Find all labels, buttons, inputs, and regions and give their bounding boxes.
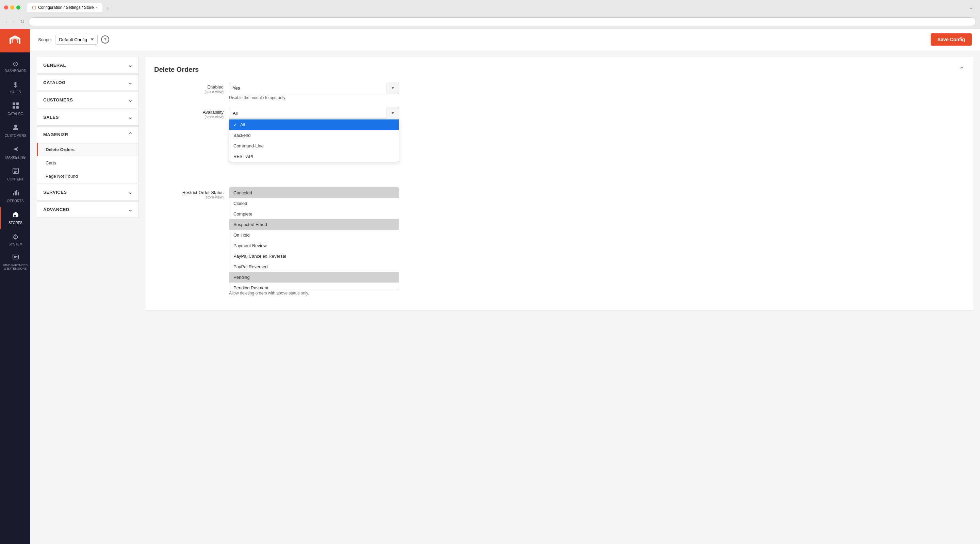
scope-select[interactable]: Default Config <box>55 35 98 45</box>
browser-dropdown-icon[interactable]: ⌄ <box>967 4 976 11</box>
sidebar-label-catalog: CATALOG <box>8 112 23 116</box>
magento-logo <box>9 35 21 47</box>
status-item-paypal-canceled[interactable]: PayPal Canceled Reversal <box>229 251 399 262</box>
section-label-customers: CUSTOMERS <box>43 97 73 102</box>
magenizr-content: Delete Orders Carts Page Not Found <box>37 143 138 183</box>
sub-item-page-not-found[interactable]: Page Not Found <box>37 169 138 183</box>
availability-label: Availability [store view] <box>154 107 229 119</box>
section-label-magenizr: MAGENIZR <box>43 132 68 137</box>
dropdown-option-all[interactable]: ✓ All <box>229 120 399 130</box>
sidebar-label-marketing: MARKETING <box>5 156 25 160</box>
maximize-window-btn[interactable] <box>16 5 21 10</box>
section-header-magenizr[interactable]: MAGENIZR ⌃ <box>37 127 138 143</box>
status-item-complete[interactable]: Complete <box>229 209 399 219</box>
browser-chrome: ⬡ Configuration / Settings / Store × + ⌄… <box>0 0 980 29</box>
form-row-restrict-status: Restrict Order Status [store view] Cance… <box>154 187 965 295</box>
sidebar-item-catalog[interactable]: CATALOG <box>0 98 30 120</box>
svg-rect-7 <box>14 171 18 172</box>
address-bar[interactable] <box>29 18 976 26</box>
browser-tabs: ⬡ Configuration / Settings / Store × + <box>27 3 112 12</box>
dropdown-option-backend[interactable]: Backend <box>229 130 399 140</box>
status-item-pending-payment[interactable]: Pending Payment <box>229 282 399 289</box>
dropdown-option-commandline[interactable]: Command-Line <box>229 140 399 151</box>
section-label-advanced: ADVANCED <box>43 207 69 212</box>
svg-rect-3 <box>16 106 19 108</box>
chevron-sales: ⌄ <box>128 114 133 121</box>
status-item-pending[interactable]: Pending <box>229 272 399 282</box>
sidebar-item-dashboard[interactable]: ⊙ DASHBOARD <box>0 56 30 77</box>
minimize-window-btn[interactable] <box>10 5 14 10</box>
section-header-customers[interactable]: CUSTOMERS ⌄ <box>37 92 138 108</box>
close-window-btn[interactable] <box>4 5 8 10</box>
browser-titlebar: ⬡ Configuration / Settings / Store × + ⌄ <box>4 3 976 12</box>
catalog-icon <box>12 102 19 111</box>
reports-icon <box>12 189 19 198</box>
sidebar: ⊙ DASHBOARD $ SALES CATALOG CUSTOMERS MA… <box>0 29 30 544</box>
refresh-btn[interactable]: ↻ <box>19 17 26 26</box>
status-item-payment-review[interactable]: Payment Review <box>229 240 399 251</box>
enabled-select-arrow[interactable]: ▼ <box>387 82 399 94</box>
config-section-magenizr: MAGENIZR ⌃ Delete Orders Carts Page Not … <box>37 126 139 183</box>
restrict-status-multiselect[interactable]: Canceled Closed Complete Suspected Fraud… <box>229 187 399 289</box>
section-header-advanced[interactable]: ADVANCED ⌄ <box>37 201 138 217</box>
availability-select-arrow[interactable]: ▼ <box>387 107 399 119</box>
sidebar-item-reports[interactable]: REPORTS <box>0 185 30 207</box>
form-row-availability: Availability [store view] ▼ ✓ All <box>154 107 965 119</box>
forward-btn[interactable]: › <box>11 18 16 26</box>
status-item-on-hold[interactable]: On Hold <box>229 230 399 240</box>
enabled-control: Yes No ▼ Disable the module temporarily. <box>229 82 399 100</box>
status-item-closed[interactable]: Closed <box>229 198 399 209</box>
collapse-section-btn[interactable]: ⌃ <box>959 65 965 73</box>
enabled-label: Enabled [store view] <box>154 82 229 94</box>
sidebar-label-dashboard: DASHBOARD <box>5 69 26 73</box>
sidebar-item-partners[interactable]: FIND PARTNERS & EXTENSIONS <box>0 250 30 274</box>
section-header-services[interactable]: SERVICES ⌄ <box>37 184 138 200</box>
back-btn[interactable]: ‹ <box>4 18 8 26</box>
save-config-btn[interactable]: Save Config <box>931 34 972 46</box>
content-area: GENERAL ⌄ CATALOG ⌄ CUSTOMERS ⌄ <box>30 50 980 317</box>
app-container: ⊙ DASHBOARD $ SALES CATALOG CUSTOMERS MA… <box>0 29 980 544</box>
tab-title: Configuration / Settings / Store <box>38 5 94 10</box>
sidebar-divider-top <box>6 54 24 54</box>
svg-rect-14 <box>14 256 18 257</box>
sidebar-item-customers[interactable]: CUSTOMERS <box>0 120 30 142</box>
status-item-canceled[interactable]: Canceled <box>229 188 399 198</box>
enabled-select[interactable]: Yes No <box>229 83 387 93</box>
svg-rect-15 <box>14 257 16 258</box>
sidebar-item-stores[interactable]: STORES <box>0 207 30 229</box>
sidebar-item-content[interactable]: CONTENT <box>0 163 30 185</box>
svg-rect-13 <box>13 255 18 259</box>
section-header-general[interactable]: GENERAL ⌄ <box>37 57 138 73</box>
sidebar-item-marketing[interactable]: MARKETING <box>0 142 30 163</box>
status-item-paypal-reversed[interactable]: PayPal Reversed <box>229 262 399 272</box>
customers-icon <box>12 124 19 132</box>
sub-item-delete-orders[interactable]: Delete Orders <box>37 143 138 156</box>
sidebar-item-sales[interactable]: $ SALES <box>0 77 30 98</box>
status-item-suspected-fraud[interactable]: Suspected Fraud <box>229 219 399 230</box>
section-header-catalog[interactable]: CATALOG ⌄ <box>37 75 138 91</box>
svg-rect-10 <box>14 191 16 195</box>
svg-rect-8 <box>14 172 16 173</box>
browser-nav: ‹ › ↻ <box>4 15 976 29</box>
chevron-general: ⌄ <box>128 62 133 69</box>
chevron-magenizr: ⌃ <box>128 131 133 138</box>
help-btn[interactable]: ? <box>101 35 109 43</box>
availability-select-display[interactable] <box>229 108 387 118</box>
config-section-customers: CUSTOMERS ⌄ <box>37 92 139 108</box>
sidebar-label-stores: STORES <box>8 221 22 225</box>
dashboard-icon: ⊙ <box>13 59 18 68</box>
close-tab-btn[interactable]: × <box>95 6 98 10</box>
sub-item-carts[interactable]: Carts <box>37 156 138 169</box>
sidebar-label-partners: FIND PARTNERS & EXTENSIONS <box>2 263 29 270</box>
sidebar-item-system[interactable]: ⚙ SYSTEM <box>0 229 30 250</box>
active-tab[interactable]: ⬡ Configuration / Settings / Store × <box>27 3 102 12</box>
section-header-sales[interactable]: SALES ⌄ <box>37 109 138 125</box>
new-tab-btn[interactable]: + <box>104 4 112 12</box>
chevron-customers: ⌄ <box>128 97 133 103</box>
svg-rect-11 <box>16 190 18 195</box>
availability-dropdown: ✓ All Backend Command-Line REST API <box>229 119 399 162</box>
sidebar-label-sales: SALES <box>10 90 21 94</box>
delete-orders-title: Delete Orders ⌃ <box>154 65 965 73</box>
enabled-select-wrapper: Yes No ▼ <box>229 82 399 94</box>
dropdown-option-restapi[interactable]: REST API <box>229 151 399 162</box>
